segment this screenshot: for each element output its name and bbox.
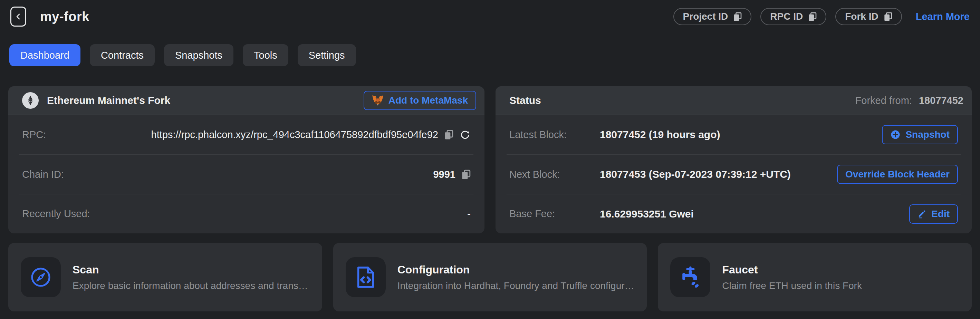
faucet-icon [670, 257, 710, 297]
rpc-label: RPC: [22, 129, 46, 141]
fork-card-title: Ethereum Mainnet's Fork [47, 95, 170, 106]
ethereum-icon [22, 92, 39, 109]
main-cards-row: Ethereum Mainnet's Fork [8, 86, 972, 233]
status-card-header: Status Forked from: 18077452 [496, 86, 972, 115]
copy-icon [733, 12, 742, 21]
override-button-label: Override Block Header [845, 169, 950, 180]
copy-icon [444, 130, 453, 140]
tab-bar: Dashboard Contracts Snapshots Tools Sett… [10, 44, 970, 66]
configuration-title: Configuration [398, 263, 635, 276]
edit-base-fee-button[interactable]: Edit [909, 205, 958, 224]
base-fee-row: Base Fee: 16.629953251 Gwei Edit [496, 194, 972, 233]
copy-icon [462, 170, 471, 179]
add-to-metamask-label: Add to MetaMask [388, 95, 468, 106]
tab-settings[interactable]: Settings [298, 44, 356, 66]
fork-id-label: Fork ID [845, 11, 878, 22]
forked-from-value: 18077452 [919, 95, 963, 106]
plus-circle-icon [890, 130, 900, 140]
base-fee-label: Base Fee: [509, 208, 600, 219]
snapshot-button[interactable]: Snapshot [882, 125, 958, 144]
chain-id-row: Chain ID: 9991 [8, 155, 484, 194]
rpc-id-copy-button[interactable]: RPC ID [760, 8, 826, 25]
latest-block-value: 18077452 (19 hours ago) [600, 129, 720, 141]
copy-rpc-button[interactable] [444, 130, 453, 140]
compass-icon [21, 257, 61, 297]
feature-cards-row: Scan Explore basic information about add… [8, 243, 972, 311]
base-fee-value: 16.629953251 Gwei [600, 208, 694, 220]
fork-info-card: Ethereum Mainnet's Fork [8, 86, 484, 233]
learn-more-link[interactable]: Learn More [916, 11, 970, 22]
tab-snapshots[interactable]: Snapshots [164, 44, 234, 66]
rpc-row: RPC: https://rpc.phalcon.xyz/rpc_494c3ca… [8, 115, 484, 154]
copy-chain-id-button[interactable] [462, 170, 471, 179]
pencil-icon [918, 209, 926, 219]
page-title: my-fork [40, 10, 89, 24]
project-id-copy-button[interactable]: Project ID [673, 8, 752, 25]
chain-id-label: Chain ID: [22, 169, 64, 180]
tab-contracts[interactable]: Contracts [90, 44, 155, 66]
recently-used-value: - [467, 208, 471, 219]
snapshot-button-label: Snapshot [905, 129, 950, 140]
scan-card[interactable]: Scan Explore basic information about add… [8, 243, 322, 311]
fork-id-copy-button[interactable]: Fork ID [835, 8, 902, 25]
refresh-rpc-button[interactable] [460, 129, 471, 140]
metamask-fox-icon [372, 95, 383, 106]
override-block-header-button[interactable]: Override Block Header [837, 165, 958, 184]
scan-title: Scan [73, 263, 310, 276]
chevron-left-icon [14, 13, 22, 21]
tab-tools[interactable]: Tools [243, 44, 288, 66]
status-card: Status Forked from: 18077452 Latest Bloc… [496, 86, 972, 233]
top-bar: my-fork Project ID RPC ID Fork ID Learn … [0, 0, 980, 33]
latest-block-label: Latest Block: [509, 129, 600, 141]
rpc-url-value: https://rpc.phalcon.xyz/rpc_494c3caf1106… [151, 129, 438, 141]
back-button[interactable] [10, 6, 26, 27]
faucet-title: Faucet [722, 263, 862, 276]
copy-icon [808, 12, 817, 21]
recently-used-label: Recently Used: [22, 208, 90, 219]
fork-card-header: Ethereum Mainnet's Fork [8, 86, 484, 115]
latest-block-row: Latest Block: 18077452 (19 hours ago) Sn… [496, 115, 972, 154]
scan-description: Explore basic information about addresse… [73, 280, 310, 291]
edit-button-label: Edit [931, 208, 950, 219]
forked-from-label: Forked from: [855, 95, 912, 106]
faucet-card[interactable]: Faucet Claim free ETH used in this Fork [658, 243, 972, 311]
status-card-title: Status [509, 95, 541, 106]
copy-icon [884, 12, 892, 21]
faucet-description: Claim free ETH used in this Fork [722, 280, 862, 291]
project-id-label: Project ID [683, 11, 728, 22]
tab-dashboard[interactable]: Dashboard [10, 44, 80, 66]
rpc-id-label: RPC ID [770, 11, 803, 22]
next-block-label: Next Block: [509, 169, 600, 180]
add-to-metamask-button[interactable]: Add to MetaMask [364, 91, 476, 110]
chain-id-value: 9991 [433, 169, 455, 180]
recently-used-row: Recently Used: - [8, 194, 484, 233]
refresh-icon [460, 129, 471, 140]
code-file-icon [346, 257, 386, 297]
next-block-value: 18077453 (Sep-07-2023 07:39:12 +UTC) [600, 168, 791, 180]
configuration-card[interactable]: Configuration Integration into Hardhat, … [333, 243, 647, 311]
topbar-actions: Project ID RPC ID Fork ID Learn More [673, 8, 970, 25]
next-block-row: Next Block: 18077453 (Sep-07-2023 07:39:… [496, 155, 972, 194]
configuration-description: Integration into Hardhat, Foundry and Tr… [398, 280, 635, 291]
